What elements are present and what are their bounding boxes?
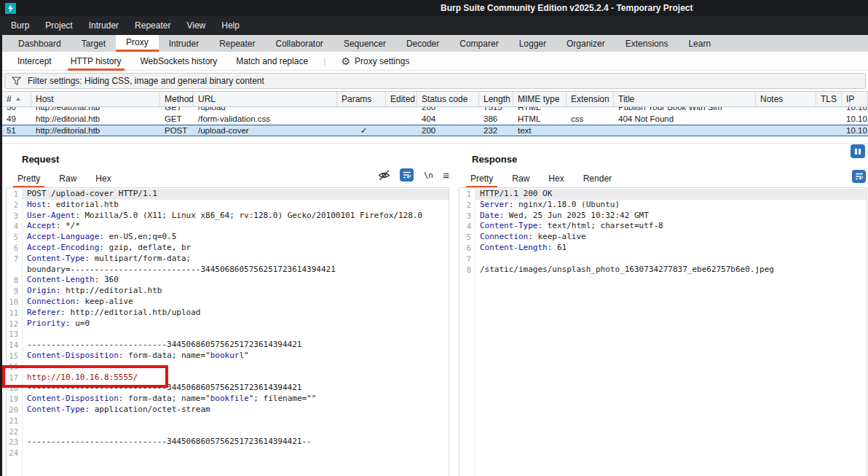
column-header-host[interactable]: Host bbox=[31, 92, 160, 106]
line-content: Priority: u=0 bbox=[22, 319, 449, 329]
http-history-table: #HostMethodURLParamsEditedStatus codeLen… bbox=[2, 91, 868, 136]
tab-target[interactable]: Target bbox=[71, 35, 116, 52]
tab-match-and-replace[interactable]: Match and replace bbox=[226, 52, 317, 71]
line-content: Content-Type: application/octet-stream bbox=[22, 405, 449, 415]
menu-help[interactable]: Help bbox=[213, 17, 248, 34]
tab-logger[interactable]: Logger bbox=[509, 35, 556, 52]
table-cell-tls bbox=[816, 107, 842, 113]
word-wrap-button[interactable] bbox=[400, 168, 414, 182]
line-content: Accept: */* bbox=[22, 221, 449, 232]
editor-line: 2Host: editorial.htb bbox=[7, 200, 449, 211]
line-content: Content-Disposition: form-data; name="bo… bbox=[22, 394, 449, 405]
tab-extensions[interactable]: Extensions bbox=[615, 35, 679, 52]
tab-organizer[interactable]: Organizer bbox=[556, 35, 615, 52]
line-number: 23 bbox=[7, 437, 22, 448]
editor-line: 23-----------------------------344506860… bbox=[7, 437, 449, 448]
tab-comparer[interactable]: Comparer bbox=[449, 35, 508, 52]
column-header-length[interactable]: Length bbox=[479, 92, 513, 106]
response-editor[interactable]: 1HTTP/1.1 200 OK2Server: nginx/1.18.0 (U… bbox=[459, 187, 867, 476]
column-header-extension[interactable]: Extension bbox=[567, 92, 614, 106]
editor-line: 3User-Agent: Mozilla/5.0 (X11; Linux x86… bbox=[7, 211, 449, 222]
line-number: 1 bbox=[459, 189, 475, 200]
table-cell-mime-type: text bbox=[513, 125, 567, 136]
line-content: Content-Disposition: form-data; name="bo… bbox=[22, 351, 449, 362]
column-header-tls[interactable]: TLS bbox=[816, 92, 842, 106]
menu-project[interactable]: Project bbox=[37, 17, 80, 34]
tab-pretty[interactable]: Pretty bbox=[8, 171, 50, 187]
table-row[interactable]: 51http://editorial.htbPOST/upload-cover✓… bbox=[2, 125, 868, 137]
menu-repeater[interactable]: Repeater bbox=[127, 17, 178, 34]
tab-intruder[interactable]: Intruder bbox=[159, 35, 209, 52]
table-cell-params bbox=[337, 113, 386, 125]
tab-hex[interactable]: Hex bbox=[86, 171, 120, 187]
pause-updates-button[interactable] bbox=[851, 144, 865, 158]
tab-websockets-history[interactable]: WebSockets history bbox=[131, 52, 227, 71]
table-cell-ip: 10.10.11.20 bbox=[842, 113, 868, 125]
editor-line: 21 bbox=[7, 415, 449, 426]
table-cell-edited bbox=[386, 125, 417, 136]
line-content bbox=[475, 254, 867, 265]
tab-learn[interactable]: Learn bbox=[678, 35, 721, 52]
column-header-ip[interactable]: IP bbox=[842, 92, 868, 106]
column-header-status-code[interactable]: Status code bbox=[417, 92, 479, 106]
menu-view[interactable]: View bbox=[178, 17, 213, 34]
tab-decoder[interactable]: Decoder bbox=[396, 35, 449, 52]
tab-proxy-settings[interactable]: ⚙ Proxy settings bbox=[331, 52, 419, 71]
column-header-notes[interactable]: Notes bbox=[756, 92, 816, 106]
column-header-edited[interactable]: Edited bbox=[386, 92, 417, 106]
tab-http-history[interactable]: HTTP history bbox=[61, 52, 131, 71]
hide-nonprintable-button[interactable] bbox=[378, 170, 390, 181]
editor-line: 5Accept-Language: en-US,en;q=0.5 bbox=[7, 232, 449, 243]
line-number: 9 bbox=[7, 286, 22, 297]
app-frame: DashboardTargetProxyIntruderRepeaterColl… bbox=[0, 35, 868, 476]
filter-settings-bar[interactable]: Filter settings: Hiding CSS, image and g… bbox=[4, 73, 866, 89]
word-wrap-icon bbox=[403, 171, 411, 179]
table-cell-status-code: 200 bbox=[417, 107, 479, 113]
line-content: -----------------------------34450686057… bbox=[22, 340, 449, 351]
editor-menu-icon[interactable]: ≡ bbox=[443, 170, 449, 181]
tab-proxy[interactable]: Proxy bbox=[116, 35, 159, 52]
column-header-mime-type[interactable]: MIME type bbox=[513, 92, 567, 106]
table-cell-title: 404 Not Found bbox=[614, 113, 756, 125]
table-cell-extension bbox=[567, 107, 614, 113]
column-header-title[interactable]: Title bbox=[614, 92, 756, 106]
column-header-method[interactable]: Method bbox=[160, 92, 194, 106]
filter-row: Filter settings: Hiding CSS, image and g… bbox=[2, 71, 868, 91]
request-panel-title: Request bbox=[22, 154, 59, 165]
menu-intruder[interactable]: Intruder bbox=[81, 17, 127, 34]
editor-line: 17http://10.10.16.8:5555/ bbox=[7, 372, 449, 383]
editor-line: 3Date: Wed, 25 Jun 2025 10:32:42 GMT bbox=[459, 211, 867, 222]
column-header-params[interactable]: Params bbox=[337, 92, 386, 106]
tab-hex[interactable]: Hex bbox=[539, 171, 573, 187]
table-row[interactable]: 50http://editorial.htbGET/upload2007515H… bbox=[2, 107, 868, 113]
line-number: 10 bbox=[7, 297, 22, 308]
line-content: User-Agent: Mozilla/5.0 (X11; Linux x86_… bbox=[22, 211, 449, 222]
table-row[interactable]: 49http://editorial.htbGET/form-validatio… bbox=[2, 113, 868, 125]
tab-render[interactable]: Render bbox=[574, 171, 621, 187]
request-editor[interactable]: 1POST /upload-cover HTTP/1.12Host: edito… bbox=[6, 187, 449, 476]
line-number: 14 bbox=[7, 340, 22, 351]
line-content bbox=[22, 415, 449, 426]
tab-repeater[interactable]: Repeater bbox=[209, 35, 265, 52]
word-wrap-button[interactable] bbox=[852, 170, 866, 183]
show-newlines-button[interactable]: \n bbox=[424, 171, 433, 180]
tab-sequencer[interactable]: Sequencer bbox=[334, 35, 396, 52]
line-number: 3 bbox=[459, 211, 475, 222]
column-header--[interactable]: # bbox=[2, 92, 31, 106]
tab-raw[interactable]: Raw bbox=[50, 171, 86, 187]
editor-line: 22 bbox=[7, 426, 449, 437]
table-cell--: 51 bbox=[2, 125, 31, 136]
tab-collaborator[interactable]: Collaborator bbox=[266, 35, 334, 52]
line-number: 18 bbox=[7, 383, 22, 394]
message-editor-panels: Request Response PrettyRawHex PrettyRawH… bbox=[2, 143, 868, 476]
line-content: Host: editorial.htb bbox=[22, 200, 449, 211]
sort-ascending-icon bbox=[16, 98, 20, 101]
column-header-url[interactable]: URL bbox=[194, 92, 337, 106]
line-content: Accept-Encoding: gzip, deflate, br bbox=[22, 243, 449, 254]
menu-burp[interactable]: Burp bbox=[3, 17, 37, 34]
tab-intercept[interactable]: Intercept bbox=[8, 52, 61, 71]
tab-dashboard[interactable]: Dashboard bbox=[8, 35, 71, 52]
tab-raw[interactable]: Raw bbox=[502, 171, 539, 187]
tab-pretty[interactable]: Pretty bbox=[461, 171, 502, 187]
table-cell-ip: 10.10.11.20 bbox=[842, 125, 868, 136]
